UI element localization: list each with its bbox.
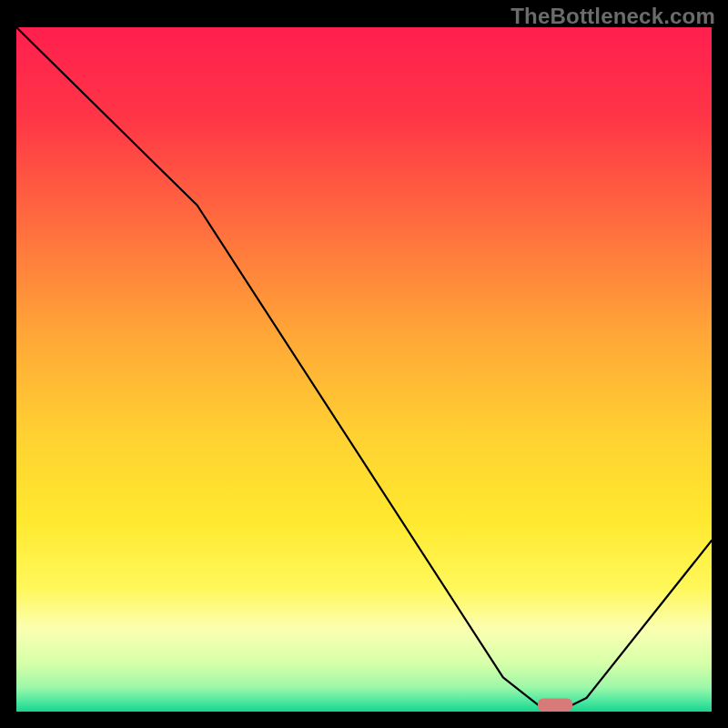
chart-page: TheBottleneck.com	[0, 0, 728, 728]
bottleneck-chart	[16, 27, 712, 712]
minimum-marker	[538, 698, 572, 711]
watermark-text: TheBottleneck.com	[511, 4, 715, 29]
